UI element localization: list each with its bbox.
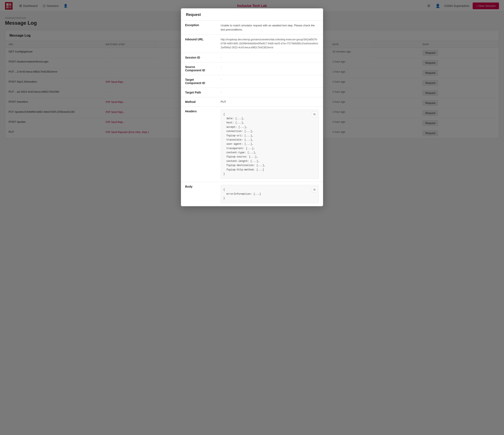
copy-button[interactable]: ⧉ xyxy=(312,111,317,117)
field-label: Inbound URL xyxy=(181,35,216,53)
field-label: SourceComponent ID xyxy=(181,62,216,75)
field-label: Target Path xyxy=(181,88,216,97)
modal-field-row: Method PUT xyxy=(181,97,323,106)
modal-fields-table: Exception Unable to match simulator requ… xyxy=(181,20,323,143)
modal-field-row: Inbound URL http://mojaloop.dev.interop.… xyxy=(181,35,323,53)
field-value: - xyxy=(216,62,323,75)
dash-value: - xyxy=(221,56,222,59)
modal-title: Request xyxy=(186,13,318,17)
modal-field-row: TargetComponent ID - xyxy=(181,75,323,88)
code-block: { date: [...], host: [...], accept: [...… xyxy=(223,112,310,143)
field-value: Unable to match simulator request with a… xyxy=(216,20,323,35)
field-value: { date: [...], host: [...], accept: [...… xyxy=(216,106,323,143)
field-value: - xyxy=(216,53,323,62)
exception-text: Unable to match simulator request with a… xyxy=(221,24,315,31)
field-value: - xyxy=(216,75,323,88)
modal-field-row: Exception Unable to match simulator requ… xyxy=(181,20,323,35)
dash-value: - xyxy=(221,65,222,68)
field-value: - xyxy=(216,88,323,97)
field-label: Method xyxy=(181,97,216,106)
field-label: Headers xyxy=(181,106,216,143)
dash-value: - xyxy=(221,91,222,94)
field-label: Session ID xyxy=(181,53,216,62)
field-value: http://mojaloop.dev.interop.gsmainclusiv… xyxy=(216,35,323,53)
method-value: PUT xyxy=(221,100,226,103)
modal-overlay[interactable]: Request Exception Unable to match simula… xyxy=(0,0,504,143)
field-value: PUT xyxy=(216,97,323,106)
request-modal: Request Exception Unable to match simula… xyxy=(181,8,323,143)
field-label: TargetComponent ID xyxy=(181,75,216,88)
modal-header: Request xyxy=(181,8,323,20)
modal-field-row: Headers { date: [...], host: [...], acce… xyxy=(181,106,323,143)
field-label: Exception xyxy=(181,20,216,35)
url-value: http://mojaloop.dev.interop.gsmainclusiv… xyxy=(221,38,318,49)
dash-value: - xyxy=(221,78,222,81)
modal-field-row: Session ID - xyxy=(181,53,323,62)
code-block-wrapper: { date: [...], host: [...], accept: [...… xyxy=(221,110,319,143)
modal-field-row: Target Path - xyxy=(181,88,323,97)
modal-field-row: SourceComponent ID - xyxy=(181,62,323,75)
